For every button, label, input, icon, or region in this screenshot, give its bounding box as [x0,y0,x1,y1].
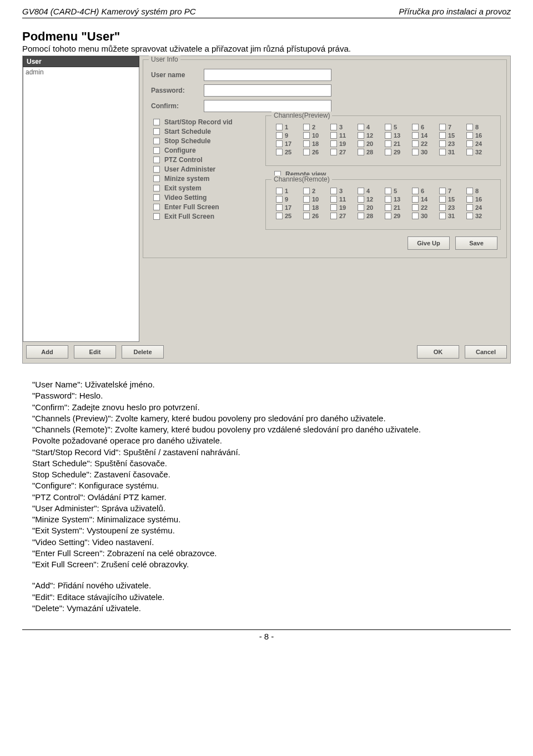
channel-cell: 31 [439,149,465,155]
channel-checkbox[interactable] [412,213,419,219]
channel-checkbox[interactable] [439,213,446,219]
channel-checkbox[interactable] [466,140,473,147]
channel-checkbox[interactable] [276,140,283,147]
permission-row: PTZ Control [151,156,262,164]
channel-checkbox[interactable] [303,149,310,155]
channel-checkbox[interactable] [276,213,283,219]
input-user-name[interactable] [204,69,331,81]
channel-checkbox[interactable] [385,196,391,203]
header-product-desc: Kamerový systém pro PC [99,7,195,16]
channel-cell: 28 [358,213,384,219]
channel-checkbox[interactable] [276,149,283,155]
edit-button[interactable]: Edit [74,345,116,359]
channel-checkbox[interactable] [412,188,419,194]
channel-checkbox[interactable] [358,132,364,139]
permission-checkbox[interactable] [153,119,160,125]
channel-checkbox[interactable] [330,149,337,155]
input-password[interactable] [204,84,331,97]
permission-checkbox[interactable] [153,157,160,163]
save-button[interactable]: Save [455,236,497,250]
desc-line: "Edit": Editace stávajícího uživatele. [32,592,501,603]
channel-checkbox[interactable] [303,140,310,147]
channel-checkbox[interactable] [439,149,446,155]
channel-label: 26 [312,213,319,219]
channel-checkbox[interactable] [385,213,391,219]
permission-checkbox[interactable] [153,166,160,173]
channel-checkbox[interactable] [303,213,310,219]
cancel-button[interactable]: Cancel [465,345,507,359]
channel-checkbox[interactable] [466,124,473,130]
header-product: GV804 (CARD-4CH) [22,7,99,16]
channel-checkbox[interactable] [358,204,364,211]
channel-checkbox[interactable] [303,124,310,130]
permission-checkbox[interactable] [153,128,160,135]
channel-checkbox[interactable] [330,196,337,203]
channel-checkbox[interactable] [276,204,283,211]
channel-checkbox[interactable] [303,188,310,194]
channel-checkbox[interactable] [276,188,283,194]
permission-checkbox[interactable] [153,147,160,154]
channel-checkbox[interactable] [276,196,283,203]
channel-checkbox[interactable] [303,204,310,211]
channel-label: 17 [285,204,291,211]
channel-checkbox[interactable] [412,204,419,211]
channel-checkbox[interactable] [439,196,446,203]
channel-checkbox[interactable] [330,204,337,211]
channel-checkbox[interactable] [303,132,310,139]
channel-checkbox[interactable] [439,204,446,211]
user-list[interactable]: admin [23,67,139,342]
permission-checkbox[interactable] [153,175,160,182]
channel-checkbox[interactable] [358,124,364,130]
input-confirm[interactable] [204,100,331,112]
channel-checkbox[interactable] [412,196,419,203]
permission-checkbox[interactable] [153,204,160,210]
channel-checkbox[interactable] [466,213,473,219]
channel-checkbox[interactable] [385,188,391,194]
add-button[interactable]: Add [26,345,68,359]
channel-checkbox[interactable] [358,140,364,147]
give-up-button[interactable]: Give Up [408,236,450,250]
channel-checkbox[interactable] [358,149,364,155]
permission-checkbox[interactable] [153,138,160,144]
channel-label: 27 [339,149,346,155]
permission-checkbox[interactable] [153,213,160,220]
channel-checkbox[interactable] [412,140,419,147]
channel-cell: 2 [303,124,329,130]
channel-checkbox[interactable] [330,124,337,130]
channel-checkbox[interactable] [439,188,446,194]
channel-checkbox[interactable] [330,132,337,139]
channel-checkbox[interactable] [358,196,364,203]
channel-checkbox[interactable] [466,188,473,194]
channel-checkbox[interactable] [330,188,337,194]
channel-checkbox[interactable] [330,140,337,147]
channel-checkbox[interactable] [276,124,283,130]
user-list-item[interactable]: admin [26,68,137,76]
channel-checkbox[interactable] [412,149,419,155]
channel-checkbox[interactable] [385,204,391,211]
delete-button[interactable]: Delete [122,345,164,359]
channel-label: 31 [448,149,455,155]
channel-checkbox[interactable] [466,204,473,211]
channel-checkbox[interactable] [385,124,391,130]
channel-checkbox[interactable] [412,124,419,130]
permission-label: User Administer [164,165,215,173]
channel-checkbox[interactable] [303,196,310,203]
channel-checkbox[interactable] [330,213,337,219]
channel-checkbox[interactable] [466,196,473,203]
channel-checkbox[interactable] [439,140,446,147]
permission-checkbox[interactable] [153,194,160,201]
channel-checkbox[interactable] [466,149,473,155]
channel-checkbox[interactable] [466,132,473,139]
channel-checkbox[interactable] [358,188,364,194]
section-title: Podmenu "User" [22,29,511,44]
channel-checkbox[interactable] [439,124,446,130]
channel-checkbox[interactable] [358,213,364,219]
channel-checkbox[interactable] [385,149,391,155]
channel-checkbox[interactable] [439,132,446,139]
channel-checkbox[interactable] [276,132,283,139]
permission-checkbox[interactable] [153,185,160,191]
channel-checkbox[interactable] [385,140,391,147]
channel-checkbox[interactable] [385,132,391,139]
channel-checkbox[interactable] [412,132,419,139]
ok-button[interactable]: OK [417,345,459,359]
